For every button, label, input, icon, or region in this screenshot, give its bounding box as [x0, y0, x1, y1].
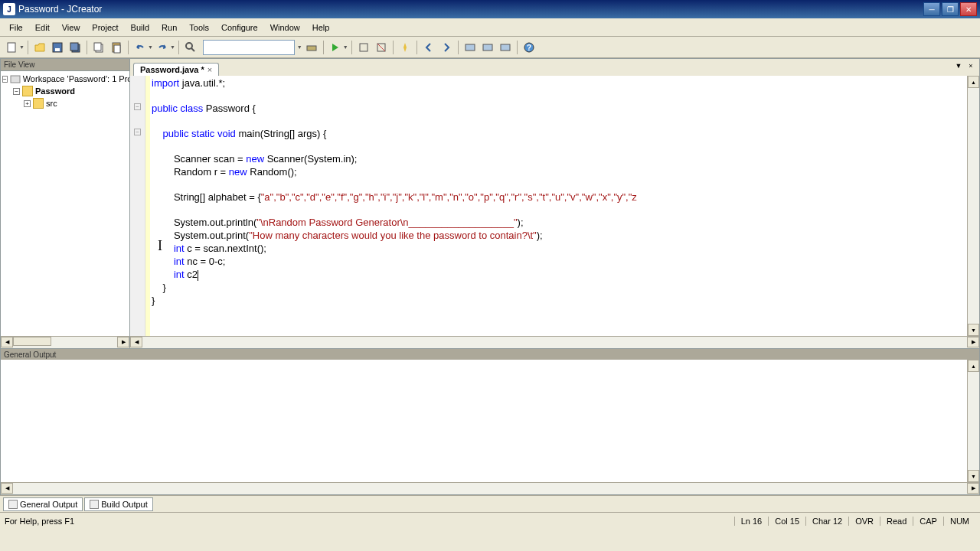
scroll-right-icon[interactable]: ▶ [967, 337, 979, 347]
code-content[interactable]: import java.util.*; public class Passwor… [150, 76, 967, 336]
separator [393, 41, 394, 54]
output-content[interactable] [1, 360, 967, 482]
svg-text:?: ? [527, 44, 531, 52]
scroll-right-icon[interactable]: ▶ [117, 337, 129, 347]
fold-icon[interactable]: − [134, 103, 141, 110]
save-button[interactable] [49, 39, 66, 56]
copy-button[interactable] [90, 39, 107, 56]
tool1-button[interactable] [462, 39, 479, 56]
project-icon [22, 86, 33, 96]
maximize-button[interactable]: ❐ [942, 2, 959, 16]
output-vscroll[interactable]: ▲ ▼ [967, 360, 979, 482]
svg-rect-17 [501, 44, 510, 51]
save-all-button[interactable] [67, 39, 83, 56]
undo-button[interactable] [132, 39, 149, 56]
compile-button[interactable] [303, 39, 320, 56]
output-body: ▲ ▼ [1, 360, 979, 482]
paste-button[interactable] [108, 39, 125, 56]
menu-configure[interactable]: Configure [215, 21, 264, 34]
folder-icon [33, 98, 44, 109]
run-dropdown-icon[interactable]: ▼ [343, 44, 348, 50]
nav-forward-button[interactable] [438, 39, 455, 56]
separator [178, 41, 179, 54]
menu-view[interactable]: View [56, 21, 87, 34]
menu-run[interactable]: Run [155, 21, 183, 34]
debug-button[interactable] [355, 39, 372, 56]
tab-general-output[interactable]: General Output [3, 497, 83, 511]
help-button[interactable]: ? [521, 39, 537, 56]
tree-src[interactable]: + src [2, 97, 128, 109]
tree-project[interactable]: − Password [2, 85, 128, 97]
status-read: Read [880, 517, 913, 526]
scroll-right-icon[interactable]: ▶ [967, 483, 979, 494]
vscroll-track[interactable] [968, 88, 979, 324]
minimize-button[interactable]: ─ [923, 2, 940, 16]
main-area: File View − Workspace 'Password': 1 Pro … [0, 58, 980, 349]
close-button[interactable]: ✕ [960, 2, 977, 16]
stop-debug-button[interactable] [373, 39, 390, 56]
project-tree[interactable]: − Workspace 'Password': 1 Pro − Password… [1, 71, 129, 336]
collapse-icon[interactable]: − [2, 76, 8, 83]
separator [128, 41, 129, 54]
file-view-panel: File View − Workspace 'Password': 1 Pro … [0, 58, 130, 349]
svg-line-14 [377, 44, 385, 51]
find-button[interactable] [182, 39, 199, 56]
combo-dropdown-icon[interactable]: ▼ [297, 44, 302, 50]
redo-button[interactable] [154, 39, 171, 56]
scroll-left-icon[interactable]: ◀ [1, 483, 13, 494]
menu-project[interactable]: Project [86, 21, 124, 34]
output-hscroll[interactable]: ◀ ▶ [1, 482, 979, 494]
tab-dropdown-icon[interactable]: ▼ [953, 60, 964, 71]
tab-label: Password.java * [140, 65, 204, 74]
breakpoint-button[interactable] [397, 39, 413, 56]
redo-dropdown-icon[interactable]: ▼ [170, 44, 175, 50]
nav-back-button[interactable] [420, 39, 437, 56]
svg-rect-8 [114, 45, 120, 53]
fold-gutter[interactable]: − − [130, 76, 145, 336]
scroll-up-icon[interactable]: ▲ [968, 76, 979, 88]
undo-dropdown-icon[interactable]: ▼ [148, 44, 153, 50]
tool3-button[interactable] [497, 39, 514, 56]
hscroll-track[interactable] [142, 337, 967, 348]
scroll-track[interactable] [13, 337, 117, 348]
status-help: For Help, press F1 [5, 517, 734, 526]
tab-label: Build Output [101, 500, 148, 509]
tab-password-java[interactable]: Password.java * × [133, 63, 219, 76]
svg-rect-16 [483, 44, 492, 51]
separator [416, 41, 417, 54]
vscroll-track[interactable] [968, 372, 979, 470]
fold-icon[interactable]: − [134, 129, 141, 135]
tab-close-all-icon[interactable]: × [965, 60, 976, 71]
menu-window[interactable]: Window [264, 21, 306, 34]
tree-workspace[interactable]: − Workspace 'Password': 1 Pro [2, 73, 128, 85]
run-button[interactable] [327, 39, 344, 56]
new-button[interactable] [3, 39, 20, 56]
menu-tools[interactable]: Tools [183, 21, 215, 34]
scroll-up-icon[interactable]: ▲ [968, 360, 979, 372]
scroll-thumb[interactable] [13, 337, 51, 346]
scroll-left-icon[interactable]: ◀ [130, 337, 142, 347]
config-combo[interactable] [203, 40, 295, 55]
output-section: General Output ▲ ▼ ◀ ▶ [0, 349, 980, 495]
workspace-label: Workspace 'Password': 1 Pro [23, 74, 129, 83]
open-button[interactable] [31, 39, 48, 56]
code-editor[interactable]: − − import java.util.*; public class Pas… [130, 76, 979, 336]
expand-icon[interactable]: + [24, 100, 31, 107]
menu-help[interactable]: Help [306, 21, 336, 34]
menu-build[interactable]: Build [125, 21, 155, 34]
tab-build-output[interactable]: Build Output [84, 497, 153, 511]
collapse-icon[interactable]: − [13, 88, 20, 95]
sidebar-hscroll[interactable]: ◀ ▶ [1, 336, 129, 348]
editor-hscroll[interactable]: ◀ ▶ [130, 336, 979, 348]
scroll-left-icon[interactable]: ◀ [1, 337, 13, 347]
new-dropdown-icon[interactable]: ▼ [19, 44, 24, 50]
hscroll-track[interactable] [13, 483, 967, 494]
tab-close-icon[interactable]: × [207, 65, 212, 74]
editor-vscroll[interactable]: ▲ ▼ [967, 76, 979, 336]
scroll-down-icon[interactable]: ▼ [968, 324, 979, 336]
menu-file[interactable]: File [3, 21, 29, 34]
menu-edit[interactable]: Edit [29, 21, 56, 34]
tool2-button[interactable] [479, 39, 496, 56]
tab-controls: ▼ × [953, 60, 976, 71]
scroll-down-icon[interactable]: ▼ [968, 470, 979, 482]
